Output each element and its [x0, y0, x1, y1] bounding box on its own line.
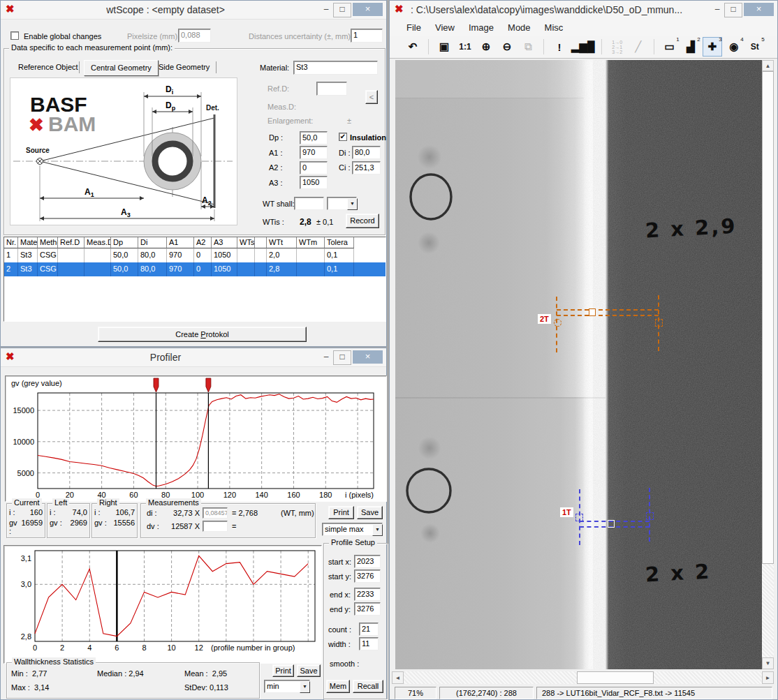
tool-measure-icon[interactable]: ✚3 [703, 37, 722, 57]
marker-1t-mid-handle[interactable] [608, 520, 615, 528]
print-button[interactable]: Print [328, 506, 354, 519]
tool-st-icon[interactable]: St5 [746, 38, 764, 56]
profile-chart-panel[interactable]: gv (grey value) 020406080100120140160180… [5, 375, 387, 502]
tool-circle-icon[interactable]: ◉4 [725, 38, 743, 56]
marker-1t-left-handle[interactable] [575, 514, 583, 521]
horizontal-scroll-thumb[interactable] [577, 671, 654, 684]
pixelsize-input[interactable]: 0,088 [178, 29, 211, 43]
table-header-cell[interactable]: WTsh [237, 237, 255, 248]
scroll-down-icon[interactable]: ▼ [762, 657, 774, 669]
one-to-one-icon[interactable]: 1:1 [456, 38, 474, 56]
endy-input[interactable]: 3276 [354, 602, 381, 616]
save-button[interactable]: Save [357, 506, 383, 519]
a2-input[interactable]: 0 [300, 161, 328, 174]
stats-mode-combo-arrow-icon[interactable]: ▼ [300, 681, 310, 693]
table-header-cell[interactable]: Nr. [4, 237, 18, 248]
table-header-cell[interactable]: Mater [18, 237, 38, 248]
table-header-cell[interactable]: Ref.D [58, 237, 85, 248]
table-header-cell[interactable] [255, 237, 267, 248]
record-button[interactable]: Record [346, 214, 379, 228]
vertical-scroll-track[interactable] [762, 564, 774, 657]
tool-histogram-icon[interactable]: ▟2 [682, 38, 700, 56]
marker-2t-left-handle[interactable] [554, 319, 562, 327]
marker-2t-mid-handle[interactable] [589, 308, 596, 316]
table-header-cell[interactable]: Di [138, 237, 167, 248]
duplicate-window-icon[interactable]: ⧉ [519, 38, 537, 56]
material-input[interactable]: St3 [293, 61, 378, 75]
detect-mode-combo-arrow-icon[interactable]: ▼ [372, 524, 383, 536]
startx-input[interactable]: 2023 [354, 555, 381, 568]
table-header-cell[interactable]: A1 [167, 237, 194, 248]
a3-input[interactable]: 1050 [300, 176, 328, 189]
group-chart[interactable]: 0246810123,13,02,8(profile number in gro… [4, 546, 320, 662]
stats-print-button[interactable]: Print [272, 664, 294, 677]
marker-2t-right-handle[interactable] [655, 319, 663, 327]
marker-2t-label[interactable]: 2T [538, 314, 551, 324]
tab-central-geometry[interactable]: Central Geometry [84, 60, 159, 76]
table-header-cell[interactable]: A2 [194, 237, 212, 248]
table-header-cell[interactable]: Dp [111, 237, 138, 248]
table-header-cell[interactable]: Metho [38, 237, 58, 248]
histogram-icon[interactable]: ▂▆█ [571, 38, 595, 56]
marker-1t-right-handle[interactable] [646, 512, 654, 520]
table-header-cell[interactable]: WTm [297, 237, 325, 248]
menu-image[interactable]: Image [462, 20, 501, 36]
refd-input[interactable] [316, 82, 347, 96]
close-button[interactable]: × [353, 350, 383, 364]
tab-reference-object[interactable]: Reference Object [12, 60, 85, 75]
mem-button[interactable]: Mem [326, 680, 350, 693]
minimize-button[interactable]: – [709, 3, 726, 16]
marker-2t-bottom-line[interactable] [557, 315, 659, 316]
wtshall-input[interactable] [294, 197, 324, 210]
scroll-left-icon[interactable]: ◄ [392, 671, 404, 684]
count-input[interactable]: 21 [359, 623, 379, 636]
create-protokol-button[interactable]: Create Protokol [98, 327, 307, 342]
pixelsize-factor-input[interactable]: 0,08457 [203, 507, 228, 519]
marker-2t-top-line[interactable] [557, 309, 659, 311]
marker-1t-label[interactable]: 1T [560, 507, 573, 517]
close-button[interactable]: × [744, 3, 774, 16]
table-row[interactable]: 2St3CSG50,080,0970010502,80,1 [4, 262, 386, 276]
table-row[interactable]: 1St3CSG50,080,0970010502,00,1 [4, 248, 386, 262]
vertical-scrollbar[interactable]: ▲ ▼ [762, 60, 774, 669]
vertical-scroll-thumb[interactable] [762, 71, 774, 564]
minimize-button[interactable]: – [318, 350, 335, 364]
tab-side-geometry[interactable]: Side Geometry [152, 60, 216, 75]
a1-input[interactable]: 970 [300, 146, 328, 159]
measurement-table[interactable]: Nr.MaterMethoRef.DMeas.DDpDiA1A2A3WTshWT… [3, 237, 386, 322]
lut-map-icon[interactable]: 1→02→13→2 [608, 38, 626, 56]
insulation-checkbox[interactable]: ✔ [339, 133, 347, 141]
profile-chart[interactable]: 02040608010012014016018050001000015000i … [6, 376, 385, 500]
table-header-cell[interactable]: WTt [267, 237, 297, 248]
menu-misc[interactable]: Misc [538, 20, 571, 36]
wtshall-combo-arrow-icon[interactable]: ▼ [347, 198, 358, 210]
table-header-cell[interactable]: A3 [212, 237, 237, 248]
di-input[interactable]: 80,0 [352, 146, 381, 159]
menu-mode[interactable]: Mode [501, 20, 538, 36]
table-header-cell[interactable]: Tolera [325, 237, 354, 248]
lut-line-icon[interactable]: ╱ [629, 38, 647, 56]
horizontal-scrollbar[interactable]: ◄ ► [392, 671, 774, 684]
marker-1t-bottom-line[interactable] [580, 526, 649, 528]
maximize-button[interactable]: □ [333, 3, 351, 17]
maximize-button[interactable]: □ [333, 350, 351, 365]
tool-pointer-icon[interactable]: ▭1 [661, 38, 679, 56]
scroll-up-icon[interactable]: ▲ [762, 60, 774, 71]
enable-global-checkbox[interactable] [10, 31, 19, 40]
ci-input[interactable]: 251,3 [352, 161, 381, 174]
maximize-button[interactable]: □ [724, 3, 742, 17]
group-chart-panel[interactable]: 0246810123,13,02,8(profile number in gro… [3, 545, 322, 664]
stats-save-button[interactable]: Save [297, 664, 321, 677]
table-header-cell[interactable]: Meas.D [85, 237, 111, 248]
marker-1t-top-line[interactable] [580, 521, 649, 522]
endx-input[interactable]: 2233 [354, 588, 381, 601]
menu-file[interactable]: File [399, 20, 428, 36]
recall-button[interactable]: Recall [353, 680, 383, 693]
distance-uncertainty-input[interactable]: 1 [351, 29, 383, 43]
zoom-out-icon[interactable]: ⊖ [498, 38, 516, 56]
width-input[interactable]: 11 [359, 637, 379, 650]
fit-window-icon[interactable]: ▣ [435, 38, 453, 56]
back-button[interactable]: < [365, 90, 378, 104]
menu-view[interactable]: View [428, 20, 462, 36]
zoom-in-icon[interactable]: ⊕ [477, 38, 495, 56]
